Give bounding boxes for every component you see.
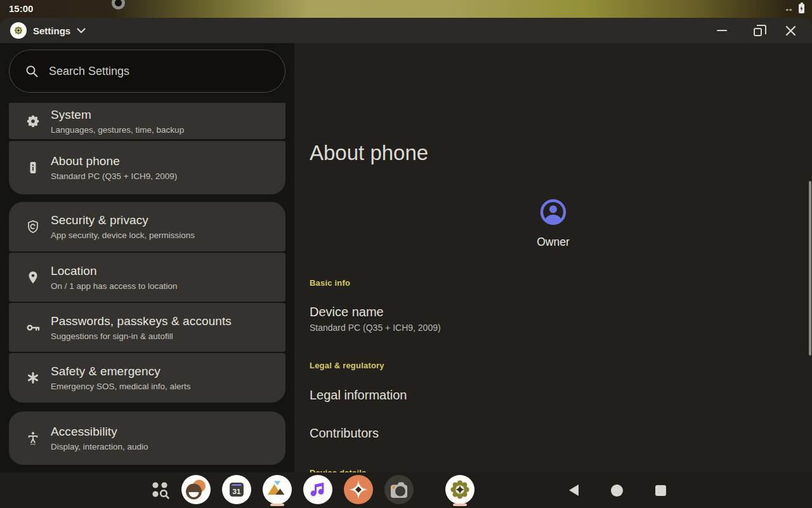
person-circle-icon [540, 199, 566, 225]
legal-information-item[interactable]: Legal information [310, 388, 787, 403]
section-header-legal-regulatory: Legal & regulatory [310, 361, 384, 370]
camera-app-icon[interactable] [384, 475, 414, 504]
settings-window: Settings [0, 18, 812, 472]
maximize-button[interactable] [749, 23, 764, 38]
gallery-app-icon[interactable] [263, 475, 292, 504]
phone-info-icon [25, 160, 41, 175]
back-button[interactable] [567, 484, 580, 497]
window-title: Settings [33, 25, 70, 36]
music-app-icon[interactable] [303, 475, 332, 504]
search-icon [25, 64, 39, 78]
home-circle-icon [611, 485, 623, 497]
settings-sidebar: System Languages, gestures, time, backup… [0, 43, 294, 472]
status-bar: 15:00 ↔ [0, 0, 812, 18]
shield-icon [25, 219, 41, 234]
battery-charging-icon [799, 4, 804, 13]
recents-square-icon [655, 485, 666, 496]
accessibility-icon [25, 431, 41, 446]
window-titlebar: Settings [0, 18, 812, 43]
owner-profile[interactable]: Owner [294, 199, 812, 249]
settings-app-icon[interactable] [445, 475, 475, 504]
sidebar-item-passwords-accounts[interactable]: Passwords, passkeys & accounts Suggestio… [9, 303, 285, 352]
svg-text:31: 31 [233, 488, 241, 495]
sidebar-item-accessibility[interactable]: Accessibility Display, interaction, audi… [9, 411, 285, 465]
location-pin-icon [25, 270, 41, 285]
sidebar-item-location[interactable]: Location On / 1 app has access to locati… [9, 253, 285, 302]
key-icon [25, 320, 41, 335]
clock: 15:00 [9, 3, 33, 14]
contacts-face-app-icon[interactable] [181, 475, 211, 504]
search-bar[interactable] [9, 50, 285, 93]
search-input[interactable] [49, 65, 258, 78]
about-phone-pane: About phone Owner Basic info Device name… [294, 43, 812, 472]
network-arrows-icon: ↔ [784, 3, 794, 14]
owner-label: Owner [537, 236, 570, 249]
page-title: About phone [310, 141, 428, 165]
sidebar-item-about-phone[interactable]: About phone Standard PC (Q35 + ICH9, 200… [9, 141, 285, 194]
section-header-basic-info: Basic info [310, 278, 350, 288]
app-drawer-search-icon[interactable] [145, 475, 174, 504]
settings-running-indicator [453, 504, 467, 506]
sidebar-item-system[interactable]: System Languages, gestures, time, backup [9, 103, 285, 139]
camera-punch-hole [112, 0, 125, 10]
chevron-down-icon[interactable] [77, 28, 86, 34]
sidebar-item-security-privacy[interactable]: Security & privacy App security, device … [9, 202, 285, 251]
minimize-button[interactable] [714, 23, 730, 38]
contributors-item[interactable]: Contributors [310, 426, 787, 441]
sidebar-item-safety-emergency[interactable]: Safety & emergency Emergency SOS, medica… [9, 353, 285, 403]
settings-gear-icon [10, 22, 27, 39]
status-icons: ↔ [784, 3, 804, 14]
gear-icon [25, 114, 41, 129]
scrollbar-thumb[interactable] [809, 181, 811, 356]
section-header-device-details: Device details [310, 468, 367, 472]
recents-button[interactable] [654, 484, 667, 497]
gallery-running-indicator [270, 504, 284, 506]
device-name-item[interactable]: Device name Standard PC (Q35 + ICH9, 200… [310, 305, 787, 333]
back-triangle-icon [569, 485, 579, 496]
home-button[interactable] [610, 484, 623, 497]
close-button[interactable] [783, 23, 798, 38]
calendar-app-icon[interactable]: 31 [222, 475, 251, 504]
asterisk-icon [25, 370, 41, 385]
assistant-sparkle-app-icon[interactable] [344, 475, 373, 504]
